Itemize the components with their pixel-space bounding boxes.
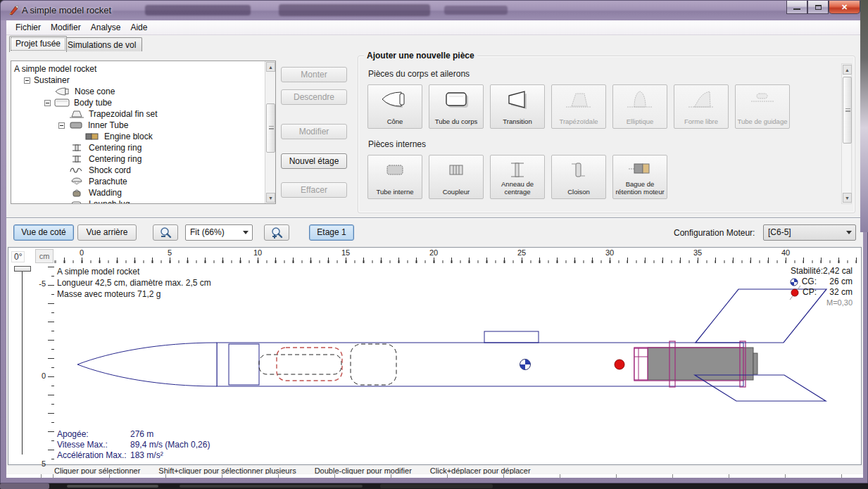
tree-scrollbar[interactable]: ▲ ▼ (265, 61, 275, 203)
v-ruler-tick-label: -5 (39, 279, 46, 288)
hint-select: Cliquer pour sélectionner (54, 466, 140, 474)
app-window: A simple model rocket ✕ Fichier Modifier… (0, 0, 868, 483)
background-fragment (380, 484, 493, 488)
h-ruler-tick-label: 15 (341, 248, 350, 257)
part-button-launch-guide[interactable]: Tube de guidage (735, 84, 790, 129)
move-up-button[interactable]: Monter (281, 67, 347, 82)
stage-toggle-button[interactable]: Etage 1 (309, 224, 354, 241)
tree-row-wadding[interactable]: Wadding (14, 187, 275, 198)
tree-row-nose-cone[interactable]: Nose cone (14, 86, 275, 97)
scroll-up-icon[interactable]: ▲ (843, 65, 852, 75)
part-button-bulkhead[interactable]: Cloison (551, 155, 606, 199)
shock-cord-icon (69, 166, 84, 174)
zoom-out-button[interactable] (153, 224, 178, 241)
part-button-trapezoidal-fin[interactable]: Trapézoïdale (551, 84, 606, 129)
part-button-coupler[interactable]: Coupleur (429, 155, 484, 199)
vertical-ruler: -5 0 5 (35, 263, 54, 463)
rotation-slider-track[interactable] (22, 272, 23, 455)
parts-scroll-thumb[interactable] (843, 77, 852, 144)
tab-flight-simulations[interactable]: Simulations de vol (61, 37, 142, 51)
collapse-icon[interactable] (44, 100, 51, 106)
minimize-button[interactable] (786, 1, 807, 14)
tree-row-fin-set[interactable]: Trapezoidal fin set (14, 108, 275, 120)
launch-guide-part-icon (747, 88, 778, 112)
part-button-centering-ring[interactable]: Anneau de centrage (490, 155, 545, 199)
tree-row-engine-block[interactable]: Engine block (14, 131, 275, 142)
scroll-down-icon[interactable]: ▼ (266, 193, 275, 203)
rocket-canvas[interactable]: 0° cm 0 5 10 15 20 25 30 35 40 -5 0 (8, 247, 862, 465)
part-button-freeform-fin[interactable]: Forme libre (674, 84, 729, 129)
edit-button[interactable]: Modifier (281, 124, 347, 139)
rotation-slider-thumb[interactable] (14, 266, 31, 272)
wadding-icon (69, 189, 84, 197)
mach-note: M=0,30 (790, 298, 853, 308)
tab-rocket-design[interactable]: Projet fusée (9, 36, 67, 52)
move-down-button[interactable]: Descendre (281, 89, 347, 105)
cg-value: 26 cm (820, 277, 853, 287)
part-button-nose-cone[interactable]: Cône (367, 84, 422, 129)
tree-row-root[interactable]: A simple model rocket (14, 63, 275, 75)
close-icon: ✕ (841, 3, 848, 12)
freeform-fin-part-icon (686, 88, 717, 112)
scroll-up-icon[interactable]: ▲ (266, 62, 275, 72)
menu-aide[interactable]: Aide (125, 21, 152, 34)
max-velocity-value: 89,4 m/s (Mach 0,26) (130, 440, 210, 450)
collapse-icon[interactable] (24, 77, 30, 84)
tree-row-inner-tube[interactable]: Inner Tube (14, 120, 275, 131)
close-button[interactable]: ✕ (829, 1, 860, 14)
menu-analyse[interactable]: Analyse (86, 21, 126, 34)
menu-modifier[interactable]: Modifier (46, 21, 86, 34)
part-button-transition[interactable]: Transition (490, 84, 545, 129)
tree-row-parachute[interactable]: Parachute (14, 176, 275, 187)
part-button-inner-tube[interactable]: Tube interne (367, 155, 422, 199)
max-velocity-label: Vitesse Max.: (57, 440, 130, 450)
part-button-elliptical-fin[interactable]: Elliptique (612, 84, 667, 129)
body-tube-part-icon (441, 88, 472, 112)
apogee-label: Apogée: (57, 429, 130, 440)
add-part-panel: Ajouter une nouvelle pièce Pièces du cor… (358, 56, 855, 213)
delete-button[interactable]: Effacer (281, 182, 347, 198)
inner-tube-icon (68, 121, 84, 129)
back-view-button[interactable]: Vue arrière (77, 224, 137, 241)
tree-row-centering-ring-2[interactable]: Centering ring (14, 153, 275, 165)
parts-scrollbar[interactable]: ▲ ▼ (841, 63, 852, 204)
h-ruler-tick-label: 25 (517, 248, 526, 257)
tree-row-centering-ring-1[interactable]: Centering ring (14, 142, 275, 153)
component-tree[interactable]: A simple model rocket Sustainer Nose con… (11, 61, 276, 204)
tree-row-body-tube[interactable]: Body tube (14, 97, 275, 108)
hint-multi-select: Shift+cliquer pour sélectionner plusieur… (158, 466, 296, 474)
side-view-button[interactable]: Vue de coté (13, 224, 74, 241)
zoom-level-combo[interactable]: Fit (66%) (185, 224, 253, 241)
scroll-down-icon[interactable]: ▼ (843, 193, 852, 203)
background-fragment (0, 483, 49, 489)
launch-lug-shape[interactable] (484, 331, 539, 343)
stability-block: Stabilité:2,42 cal CG: 26 cm (790, 266, 853, 308)
engine-block-shape[interactable] (634, 348, 648, 380)
screen: A simple model rocket ✕ Fichier Modifier… (0, 0, 868, 489)
zoom-in-icon (270, 227, 283, 239)
zoom-out-icon (159, 227, 172, 239)
menu-fichier[interactable]: Fichier (11, 21, 46, 34)
new-stage-button[interactable]: Nouvel étage (281, 153, 347, 169)
title-bar[interactable]: A simple model rocket ✕ (1, 1, 867, 20)
split-divider[interactable] (6, 217, 863, 219)
background-fragment (67, 485, 158, 488)
tab-bar: Projet fusée Simulations de vol (6, 35, 863, 51)
collapse-icon[interactable] (58, 122, 65, 129)
part-button-body-tube[interactable]: Tube du corps (429, 84, 484, 129)
tree-row-stage[interactable]: Sustainer (14, 75, 275, 86)
transition-part-icon (502, 88, 533, 112)
motor-config-combo[interactable]: [C6-5] (763, 224, 856, 241)
background-window-edge (860, 0, 868, 232)
tree-row-shock-cord[interactable]: Shock cord (14, 165, 275, 176)
ruler-unit-label: cm (35, 249, 54, 263)
zoom-in-button[interactable] (264, 224, 289, 241)
app-icon (8, 4, 20, 16)
engine-block-icon (84, 132, 100, 141)
tree-row-launch-lug[interactable]: Launch lug (14, 198, 275, 204)
part-button-motor-retainer[interactable]: Bague de rétention moteur (612, 155, 667, 199)
rocket-dimensions: Longueur 42,5 cm, diamètre max. 2,5 cm (57, 277, 211, 288)
tree-scroll-thumb[interactable] (266, 103, 275, 153)
bottom-ruler-strip (6, 474, 863, 478)
maximize-button[interactable] (807, 1, 829, 14)
